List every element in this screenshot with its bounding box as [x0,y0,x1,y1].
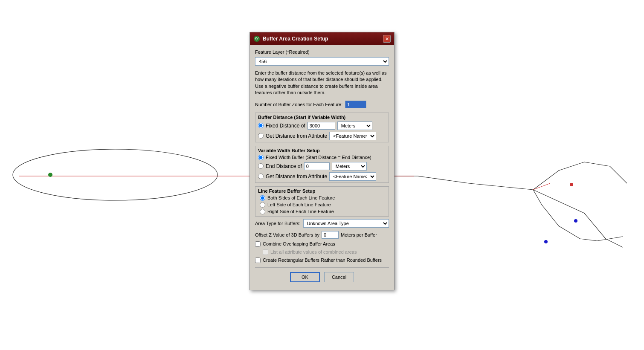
offset-row: Offset Z Value of 3D Buffers by Meters p… [255,231,389,239]
buffer-distance-section: Buffer Distance (Start if Variable Width… [255,113,389,142]
title-bar: Buffer Area Creation Setup ✕ [250,32,394,45]
cancel-button[interactable]: Cancel [324,272,354,282]
combine-label[interactable]: Combine Overlapping Buffer Areas [263,241,335,246]
both-sides-radio[interactable] [260,195,265,201]
feature-layer-label: Feature Layer (*Required) [255,49,389,55]
combine-checkbox[interactable] [255,241,261,247]
right-side-row: Right Side of Each Line Feature [260,209,386,214]
line-feature-radio-group: Both Sides of Each Line Feature Left Sid… [258,195,386,214]
feature-layer-select[interactable]: 456 [255,57,389,66]
close-button[interactable]: ✕ [383,35,391,43]
get-distance-variable-label[interactable]: Get Distance from Attribute [266,174,327,179]
fixed-width-label[interactable]: Fixed Width Buffer (Start Distance = End… [266,155,371,160]
combine-row: Combine Overlapping Buffer Areas [255,241,389,247]
ok-button[interactable]: OK [290,272,320,282]
end-distance-unit-select[interactable]: Meters Feet Kilometers Miles [332,162,367,171]
list-attribute-row: List all attribute values of combined ar… [255,249,389,255]
buffer-distance-title: Buffer Distance (Start if Variable Width… [258,115,386,120]
button-row: OK Cancel [255,267,389,286]
dialog-content: Feature Layer (*Required) 456 Enter the … [250,45,394,290]
fixed-width-buffer-row: Fixed Width Buffer (Start Distance = End… [258,155,386,160]
svg-point-8 [254,36,260,42]
right-side-radio[interactable] [260,209,265,214]
buffer-zones-input[interactable] [345,101,366,108]
offset-input[interactable] [322,231,339,239]
end-distance-label[interactable]: End Distance of [266,163,302,169]
rectangular-label[interactable]: Create Rectangular Buffers Rather than R… [263,257,382,263]
offset-unit: Meters per Buffer [341,232,377,237]
line-feature-section: Line Feature Buffer Setup Both Sides of … [255,186,389,217]
end-distance-input[interactable] [304,162,330,170]
buffer-zones-row: Number of Buffer Zones for Each Feature: [255,101,389,108]
fixed-distance-unit-select[interactable]: Meters Feet Kilometers Miles [337,121,372,130]
get-distance-variable-radio[interactable] [258,174,264,179]
get-distance-variable-row: Get Distance from Attribute <Feature Nam… [258,172,386,181]
left-side-label[interactable]: Left Side of Each Line Feature [267,202,331,207]
dialog-title: Buffer Area Creation Setup [263,36,328,42]
fixed-distance-input[interactable] [307,122,335,130]
feature-name-select[interactable]: <Feature Name> [329,132,376,140]
get-distance-radio[interactable] [258,133,264,139]
left-side-row: Left Side of Each Line Feature [260,202,386,208]
variable-width-section: Variable Width Buffer Setup Fixed Width … [255,146,389,183]
fixed-width-radio[interactable] [258,155,264,160]
both-sides-label[interactable]: Both Sides of Each Line Feature [267,195,335,200]
end-distance-radio[interactable] [258,163,264,169]
offset-label: Offset Z Value of 3D Buffers by [255,232,319,237]
dialog-overlay: Buffer Area Creation Setup ✕ Feature Lay… [0,0,644,350]
buffer-area-dialog: Buffer Area Creation Setup ✕ Feature Lay… [249,32,395,290]
end-distance-row: End Distance of Meters Feet Kilometers M… [258,162,386,171]
variable-width-title: Variable Width Buffer Setup [258,148,386,153]
fixed-distance-radio[interactable] [258,123,264,128]
area-type-row: Area Type for Buffers: Unknown Area Type [255,219,389,228]
get-distance-attribute-row: Get Distance from Attribute <Feature Nam… [258,132,386,140]
get-distance-label[interactable]: Get Distance from Attribute [266,133,327,139]
rectangular-checkbox[interactable] [255,257,261,263]
left-side-radio[interactable] [260,202,265,208]
line-feature-title: Line Feature Buffer Setup [258,188,386,194]
feature-name-variable-select[interactable]: <Feature Name> [329,172,376,181]
fixed-distance-label[interactable]: Fixed Distance of [266,123,305,129]
app-icon [253,35,260,42]
list-attribute-label: List all attribute values of combined ar… [270,249,357,255]
area-type-label: Area Type for Buffers: [255,221,301,226]
description-text: Enter the buffer distance from the selec… [255,68,389,98]
area-type-select[interactable]: Unknown Area Type [303,219,389,228]
rectangular-row: Create Rectangular Buffers Rather than R… [255,257,389,263]
fixed-distance-row: Fixed Distance of Meters Feet Kilometers… [258,121,386,130]
list-attribute-checkbox[interactable] [263,249,268,255]
buffer-zones-label: Number of Buffer Zones for Each Feature: [255,102,342,107]
right-side-label[interactable]: Right Side of Each Line Feature [267,209,334,214]
both-sides-row: Both Sides of Each Line Feature [260,195,386,201]
